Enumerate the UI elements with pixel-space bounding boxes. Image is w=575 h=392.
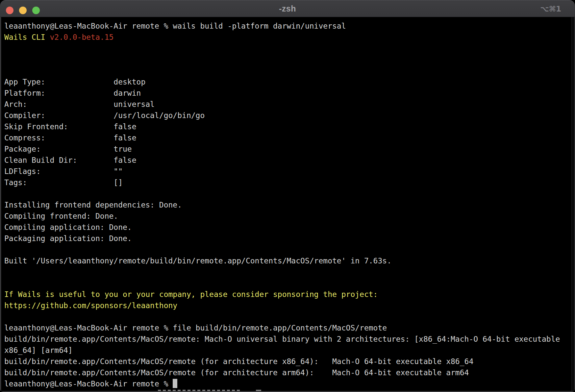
terminal-text-segment: Installing frontend dependencies: Done.: [4, 201, 182, 209]
terminal-text-segment: Compiling frontend: Done.: [4, 212, 118, 220]
terminal-output[interactable]: leaanthony@Leas-MacBook-Air remote % wai…: [0, 17, 575, 392]
terminal-line: App Type: desktop: [4, 76, 571, 87]
terminal-line: Installing frontend dependencies: Done.: [4, 199, 571, 210]
terminal-line: leaanthony@Leas-MacBook-Air remote %: [4, 378, 571, 389]
window-title: -zsh: [0, 0, 575, 17]
terminal-line: [4, 188, 571, 199]
tab-shortcut-badge: ⌥⌘1: [540, 0, 561, 17]
terminal-text-segment: Skip Frontend: false: [4, 122, 137, 131]
terminal-text-segment: Packaging application: Done.: [4, 234, 132, 243]
terminal-text-segment: leaanthony@Leas-MacBook-Air remote % wai…: [4, 22, 346, 30]
terminal-text-segment: build/bin/remote.app/Contents/MacOS/remo…: [4, 357, 473, 366]
terminal-line: Compiling frontend: Done.: [4, 210, 571, 222]
terminal-line: Built '/Users/leaanthony/remote/build/bi…: [4, 255, 571, 266]
terminal-line: [4, 311, 571, 322]
terminal-text-segment: v2.0.0-beta.15: [50, 33, 113, 41]
terminal-line: Tags: []: [4, 177, 571, 188]
scrollbar-track[interactable]: [571, 17, 574, 392]
terminal-line: [4, 65, 571, 76]
titlebar[interactable]: -zsh ⌥⌘1: [0, 0, 575, 17]
terminal-text-segment: App Type: desktop: [4, 78, 145, 86]
terminal-window: -zsh ⌥⌘1 leaanthony@Leas-MacBook-Air rem…: [0, 0, 575, 392]
terminal-text-segment: LDFlags: "": [4, 167, 123, 176]
terminal-line: [4, 266, 571, 278]
terminal-line: Compress: false: [4, 132, 571, 143]
terminal-line: [4, 244, 571, 255]
terminal-text-segment: If Wails is useful to you or your compan…: [4, 290, 378, 299]
terminal-text-segment: build/bin/remote.app/Contents/MacOS/remo…: [4, 335, 560, 343]
terminal-text-segment: Package: true: [4, 145, 132, 153]
terminal-line: build/bin/remote.app/Contents/MacOS/remo…: [4, 333, 571, 345]
terminal-line: Arch: universal: [4, 99, 571, 110]
terminal-line: leaanthony@Leas-MacBook-Air remote % fil…: [4, 322, 571, 333]
terminal-line: Compiler: /usr/local/go/bin/go: [4, 110, 571, 121]
terminal-line: [4, 278, 571, 289]
terminal-text-segment: x86_64] [arm64]: [4, 346, 73, 355]
terminal-text-segment: Built '/Users/leaanthony/remote/build/bi…: [4, 257, 391, 265]
terminal-text-segment: Wails CLI: [4, 33, 50, 41]
terminal-line: https://github.com/sponsors/leaanthony: [4, 300, 571, 311]
terminal-line: Packaging application: Done.: [4, 233, 571, 244]
terminal-text-segment: build/bin/remote.app/Contents/MacOS/remo…: [4, 368, 469, 377]
terminal-line: Compiling application: Done.: [4, 222, 571, 233]
terminal-text-segment: leaanthony@Leas-MacBook-Air remote % fil…: [4, 324, 387, 332]
terminal-line: [4, 43, 571, 54]
terminal-text-segment: Compress: false: [4, 134, 137, 142]
terminal-line: Clean Build Dir: false: [4, 155, 571, 166]
terminal-line: build/bin/remote.app/Contents/MacOS/remo…: [4, 356, 571, 367]
terminal-text-segment: leaanthony@Leas-MacBook-Air remote %: [4, 380, 173, 388]
terminal-line: Wails CLI v2.0.0-beta.15: [4, 32, 571, 43]
terminal-line: Skip Frontend: false: [4, 121, 571, 132]
terminal-line: x86_64] [arm64]: [4, 345, 571, 356]
terminal-text-segment: Compiling application: Done.: [4, 223, 132, 232]
terminal-link[interactable]: https://github.com/sponsors/leaanthony: [4, 301, 177, 310]
terminal-line: build/bin/remote.app/Contents/MacOS/remo…: [4, 367, 571, 378]
terminal-text-segment: Platform: darwin: [4, 89, 141, 97]
terminal-line: LDFlags: "": [4, 166, 571, 177]
terminal-text-segment: Clean Build Dir: false: [4, 156, 137, 164]
terminal-text-segment: Compiler: /usr/local/go/bin/go: [4, 111, 205, 120]
terminal-line: [4, 54, 571, 65]
terminal-line: leaanthony@Leas-MacBook-Air remote % wai…: [4, 20, 571, 32]
terminal-line: If Wails is useful to you or your compan…: [4, 289, 571, 300]
terminal-line: Platform: darwin: [4, 87, 571, 99]
terminal-text-segment: Tags: []: [4, 178, 123, 187]
terminal-line: Package: true: [4, 143, 571, 155]
terminal-cursor: [173, 379, 177, 388]
terminal-text-segment: Arch: universal: [4, 100, 155, 109]
